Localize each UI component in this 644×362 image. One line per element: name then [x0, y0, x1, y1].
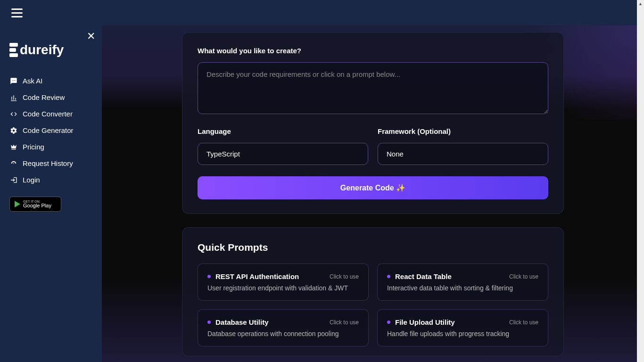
- sidebar: ✕ dureify Ask AI Code Review Code Conver…: [0, 25, 102, 362]
- form-title: What would you like to create?: [198, 47, 548, 55]
- bullet-icon: [207, 321, 211, 324]
- sidebar-item-label: Request History: [23, 159, 73, 167]
- bullet-icon: [387, 321, 390, 324]
- sidebar-item-label: Code Generator: [23, 126, 74, 134]
- sidebar-item-label: Code Converter: [23, 110, 73, 118]
- generate-button[interactable]: Generate Code ✨: [198, 176, 548, 199]
- scrollbar[interactable]: ▲: [637, 0, 644, 362]
- click-hint: Click to use: [330, 273, 359, 280]
- main-area: What would you like to create? Language …: [102, 25, 644, 362]
- chat-icon: [9, 77, 18, 85]
- close-icon[interactable]: ✕: [87, 31, 95, 41]
- google-play-badge[interactable]: GET IT ON Google Play: [9, 197, 61, 212]
- sidebar-item-label: Login: [23, 176, 40, 184]
- sidebar-item-pricing[interactable]: Pricing: [9, 139, 92, 155]
- click-hint: Click to use: [330, 319, 359, 326]
- brand-logo[interactable]: dureify: [9, 42, 92, 58]
- sidebar-item-code-generator[interactable]: Code Generator: [9, 122, 92, 139]
- brand-text: dureify: [20, 42, 64, 58]
- prompt-card-rest-api[interactable]: REST API Authentication Click to use Use…: [198, 263, 369, 301]
- prompt-title: React Data Table: [395, 272, 452, 280]
- prompts-card: Quick Prompts REST API Authentication Cl…: [182, 227, 564, 356]
- hamburger-menu-icon[interactable]: [11, 8, 23, 17]
- gear-icon: [9, 127, 18, 134]
- prompts-title: Quick Prompts: [198, 242, 548, 253]
- crown-icon: [9, 143, 18, 151]
- bullet-icon: [387, 275, 390, 278]
- google-play-large: Google Play: [23, 203, 51, 208]
- prompt-title: Database Utility: [215, 318, 269, 326]
- sidebar-item-label: Ask AI: [23, 77, 43, 85]
- bullet-icon: [207, 275, 211, 278]
- click-hint: Click to use: [509, 273, 538, 280]
- prompts-grid: REST API Authentication Click to use Use…: [198, 263, 548, 346]
- prompt-card-react-table[interactable]: React Data Table Click to use Interactiv…: [377, 263, 548, 301]
- sidebar-item-login[interactable]: Login: [9, 172, 92, 188]
- language-select[interactable]: TypeScript: [198, 143, 368, 165]
- prompt-description: User registration endpoint with validati…: [207, 284, 359, 292]
- prompt-card-file-upload[interactable]: File Upload Utility Click to use Handle …: [377, 309, 548, 346]
- prompt-title: File Upload Utility: [395, 318, 455, 326]
- brand-icon: [9, 43, 18, 57]
- framework-select[interactable]: None: [378, 143, 548, 165]
- sidebar-item-ask-ai[interactable]: Ask AI: [9, 73, 92, 89]
- sidebar-item-label: Pricing: [23, 143, 44, 151]
- prompt-description: Database operations with connection pool…: [207, 330, 359, 337]
- prompt-description: Handle file uploads with progress tracki…: [387, 330, 538, 337]
- chart-icon: [9, 94, 18, 101]
- login-icon: [9, 176, 18, 184]
- sidebar-item-code-review[interactable]: Code Review: [9, 89, 92, 106]
- sidebar-item-code-converter[interactable]: Code Converter: [9, 106, 92, 122]
- prompt-description: Interactive data table with sorting & fi…: [387, 284, 538, 292]
- form-card: What would you like to create? Language …: [182, 32, 564, 214]
- sidebar-item-request-history[interactable]: Request History: [9, 155, 92, 172]
- scroll-up-icon[interactable]: ▲: [637, 0, 644, 7]
- play-icon: [15, 201, 20, 207]
- description-input[interactable]: [198, 62, 548, 114]
- dashboard-icon: [9, 160, 18, 167]
- sidebar-item-label: Code Review: [23, 93, 65, 101]
- prompt-card-database[interactable]: Database Utility Click to use Database o…: [198, 309, 369, 346]
- language-label: Language: [198, 127, 368, 135]
- framework-label: Framework (Optional): [378, 127, 548, 135]
- top-bar: [0, 0, 644, 25]
- click-hint: Click to use: [509, 319, 538, 326]
- code-icon: [9, 110, 18, 118]
- prompt-title: REST API Authentication: [215, 272, 299, 280]
